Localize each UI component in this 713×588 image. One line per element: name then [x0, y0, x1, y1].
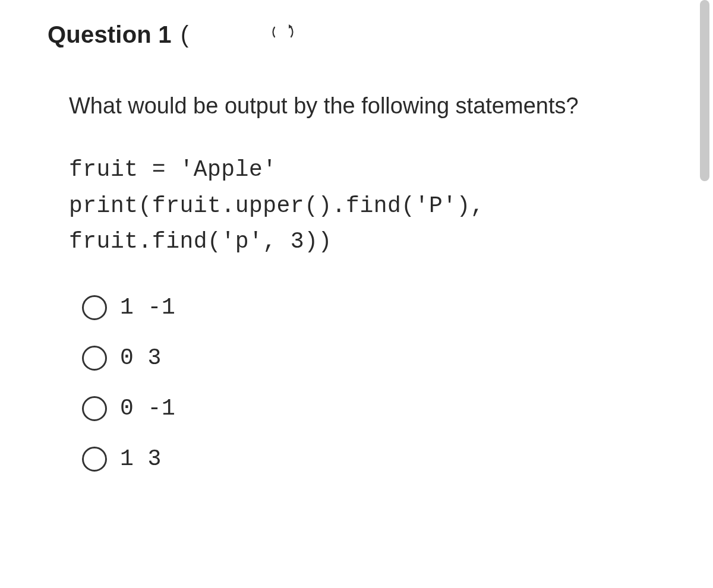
code-line-2: print(fruit.upper().find('P'), — [69, 193, 484, 219]
option-1[interactable]: 1 -1 — [82, 295, 606, 320]
option-label: 0 3 — [120, 345, 162, 371]
code-block: fruit = 'Apple' print(fruit.upper().find… — [69, 152, 606, 260]
paren-open: ( — [174, 21, 189, 48]
code-line-3: fruit.find('p', 3)) — [69, 229, 332, 254]
option-label: 1 -1 — [120, 295, 175, 320]
options-list: 1 -1 0 3 0 -1 1 3 — [69, 295, 606, 472]
radio-icon[interactable] — [82, 447, 107, 472]
question-header: Question 1 ( — [48, 21, 606, 50]
loading-icon — [270, 19, 296, 50]
option-4[interactable]: 1 3 — [82, 446, 606, 472]
question-prompt: What would be output by the following st… — [69, 88, 606, 124]
question-prefix: Question — [48, 21, 158, 48]
option-label: 0 -1 — [120, 396, 175, 421]
question-container: Question 1 ( What would be output by the… — [0, 0, 654, 472]
question-body: What would be output by the following st… — [48, 88, 606, 472]
code-line-1: fruit = 'Apple' — [69, 157, 277, 182]
radio-icon[interactable] — [82, 396, 107, 421]
option-label: 1 3 — [120, 446, 162, 472]
option-3[interactable]: 0 -1 — [82, 396, 606, 421]
question-number: 1 — [158, 21, 171, 48]
scrollbar[interactable] — [700, 0, 709, 181]
option-2[interactable]: 0 3 — [82, 345, 606, 371]
radio-icon[interactable] — [82, 295, 107, 320]
radio-icon[interactable] — [82, 346, 107, 371]
